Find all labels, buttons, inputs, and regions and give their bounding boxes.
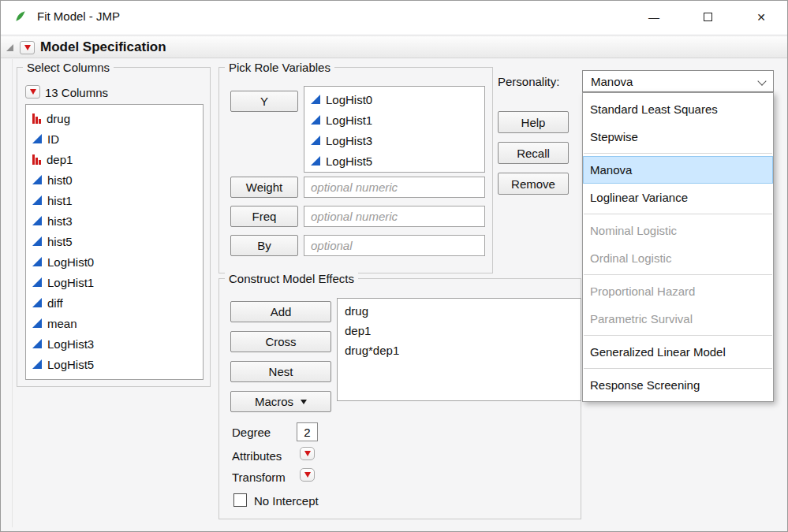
column-name: LogHist1 [326, 113, 372, 127]
continuous-column-icon [32, 339, 42, 348]
pick-role-variables-title: Pick Role Variables [225, 61, 334, 74]
maximize-icon [704, 13, 712, 21]
column-name: LogHist5 [47, 358, 94, 371]
continuous-column-icon [311, 115, 320, 125]
personality-label: Personality: [498, 75, 559, 88]
continuous-column-icon [32, 318, 42, 328]
continuous-column-icon [32, 298, 42, 307]
personality-option-label: Ordinal Logistic [590, 251, 671, 265]
continuous-column-icon [32, 175, 42, 184]
columns-red-triangle-icon[interactable] [25, 85, 40, 99]
column-name: LogHist0 [326, 93, 372, 106]
model-effects-list[interactable]: drugdep1drug*dep1 [337, 298, 581, 401]
column-name: LogHist5 [326, 154, 372, 168]
construct-model-effects-panel: Construct Model Effects Add Cross Nest M… [218, 278, 581, 519]
maximize-button[interactable] [689, 1, 726, 33]
freq-field[interactable] [304, 206, 485, 227]
model-specification-red-triangle-icon[interactable] [20, 41, 35, 54]
personality-menu: Standard Least SquaresStepwiseManovaLogl… [582, 92, 774, 402]
personality-option[interactable]: Loglinear Variance [583, 184, 773, 211]
remove-button[interactable]: Remove [498, 173, 569, 195]
personality-option[interactable]: Standard Least Squares [583, 95, 773, 123]
column-item[interactable]: LogHist3 [26, 333, 203, 354]
red-triangle-glyph [30, 89, 36, 95]
personality-option: Ordinal Logistic [583, 244, 773, 272]
personality-option: Parametric Survival [583, 305, 773, 333]
weight-field[interactable] [304, 177, 485, 198]
macros-button[interactable]: Macros [230, 391, 331, 412]
by-role-button[interactable]: By [230, 235, 298, 256]
column-name: dep1 [47, 153, 73, 166]
effect-item[interactable]: drug*dep1 [338, 340, 581, 360]
outline-collapse-icon[interactable] [6, 44, 13, 51]
column-name: LogHist3 [47, 337, 94, 351]
continuous-column-icon [32, 195, 42, 205]
nominal-column-icon [32, 154, 41, 165]
y-variable-item[interactable]: LogHist0 [304, 89, 484, 110]
help-button[interactable]: Help [498, 111, 569, 133]
personality-option[interactable]: Generalized Linear Model [583, 338, 773, 366]
column-item[interactable]: diff [26, 292, 203, 313]
continuous-column-icon [32, 359, 42, 369]
close-icon: ✕ [756, 11, 766, 24]
column-item[interactable]: hist5 [26, 231, 203, 251]
minimize-button[interactable]: — [636, 1, 672, 33]
no-intercept-checkbox[interactable] [233, 493, 247, 507]
personality-option[interactable]: Stepwise [583, 123, 773, 151]
column-item[interactable]: hist0 [26, 169, 203, 190]
freq-role-button[interactable]: Freq [230, 206, 298, 227]
column-item[interactable]: ID [26, 128, 203, 149]
personality-option[interactable]: Response Screening [583, 371, 773, 399]
effect-item[interactable]: drug [338, 301, 581, 321]
close-button[interactable]: ✕ [743, 1, 779, 33]
y-variable-item[interactable]: LogHist3 [304, 130, 484, 151]
y-variable-item[interactable]: LogHist5 [304, 151, 484, 171]
effect-name: drug*dep1 [345, 344, 399, 357]
column-item[interactable]: LogHist1 [26, 272, 203, 292]
y-variable-item[interactable]: LogHist1 [304, 110, 484, 130]
column-name: LogHist0 [47, 255, 94, 269]
pick-role-variables-panel: Pick Role Variables Y LogHist0LogHist1Lo… [218, 67, 493, 273]
personality-option-label: Response Screening [590, 378, 700, 392]
degree-field[interactable] [297, 422, 318, 441]
column-item[interactable]: hist1 [26, 190, 203, 210]
columns-list[interactable]: drugIDdep1hist0hist1hist3hist5LogHist0Lo… [25, 104, 204, 380]
personality-option[interactable]: Manova [583, 156, 773, 184]
recall-button[interactable]: Recall [498, 142, 569, 164]
column-item[interactable]: LogHist0 [26, 251, 203, 272]
menu-separator [584, 153, 772, 154]
y-role-button[interactable]: Y [230, 91, 298, 112]
column-item[interactable]: hist3 [26, 210, 203, 231]
by-field[interactable] [304, 235, 485, 256]
weight-role-button[interactable]: Weight [230, 177, 298, 198]
continuous-column-icon [32, 216, 42, 225]
nest-button[interactable]: Nest [230, 361, 331, 382]
jmp-app-icon [13, 9, 28, 24]
column-name: hist3 [47, 214, 73, 228]
continuous-column-icon [32, 236, 42, 246]
attributes-red-triangle-icon[interactable] [300, 447, 315, 460]
transform-red-triangle-icon[interactable] [300, 468, 315, 482]
continuous-column-icon [32, 134, 42, 143]
column-name: hist0 [47, 173, 73, 187]
column-item[interactable]: drug [26, 108, 203, 128]
personality-option-label: Proportional Hazard [590, 285, 695, 298]
column-name: hist5 [47, 235, 73, 248]
personality-option-label: Stepwise [590, 130, 638, 143]
select-columns-panel: Select Columns 13 Columns drugIDdep1hist… [17, 67, 211, 387]
continuous-column-icon [32, 257, 42, 266]
red-triangle-glyph [304, 451, 311, 456]
dropdown-arrow-icon [301, 400, 307, 404]
page-title: Model Specification [40, 39, 166, 55]
cross-button[interactable]: Cross [230, 331, 331, 352]
y-variables-list[interactable]: LogHist0LogHist1LogHist3LogHist5 [304, 86, 485, 173]
columns-count-label: 13 Columns [45, 86, 108, 99]
column-item[interactable]: dep1 [26, 149, 203, 169]
degree-label: Degree [232, 426, 271, 439]
column-item[interactable]: LogHist5 [26, 354, 203, 374]
effect-item[interactable]: dep1 [338, 321, 581, 340]
personality-option-label: Generalized Linear Model [590, 345, 726, 359]
column-item[interactable]: mean [26, 313, 203, 333]
add-button[interactable]: Add [230, 301, 331, 322]
personality-dropdown[interactable]: Manova [582, 70, 774, 92]
